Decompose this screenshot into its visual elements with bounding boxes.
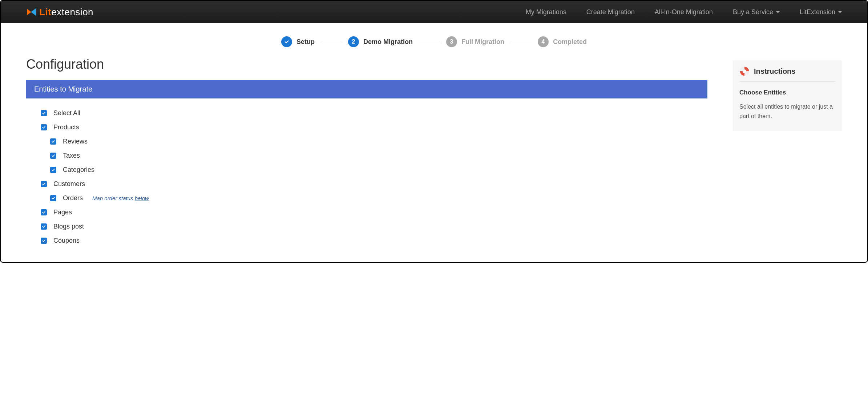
entity-label: Customers: [53, 180, 85, 188]
checkbox-customers[interactable]: [41, 181, 47, 187]
logo-mark-icon: [26, 7, 37, 17]
entity-label: Categories: [63, 166, 94, 174]
checkbox-taxes[interactable]: [50, 153, 56, 159]
nav-litextension[interactable]: LitExtension: [800, 8, 842, 16]
sidebar-title: Instructions: [754, 67, 795, 76]
check-icon: [284, 39, 289, 44]
lifebuoy-icon: [739, 66, 750, 76]
panel-header: Entities to Migrate: [26, 80, 707, 98]
entity-categories: Categories: [50, 166, 707, 174]
nav-links: My Migrations Create Migration All-In-On…: [526, 8, 856, 16]
stepper: Setup 2 Demo Migration 3 Full Migration …: [1, 23, 867, 57]
nav-all-in-one[interactable]: All-In-One Migration: [655, 8, 713, 16]
step-completed: 4 Completed: [538, 36, 587, 47]
page-title: Configuration: [26, 57, 707, 72]
entity-products: Products: [41, 124, 707, 131]
navbar: Litextension My Migrations Create Migrat…: [1, 1, 867, 23]
step-connector: [510, 42, 532, 42]
entity-reviews: Reviews: [50, 138, 707, 145]
main-column: Configuration Entities to Migrate Select…: [26, 57, 707, 251]
step-full-circle: 3: [446, 36, 457, 47]
checkbox-pages[interactable]: [41, 209, 47, 215]
orders-hint: Map order status below: [92, 195, 149, 201]
step-completed-label: Completed: [553, 38, 587, 46]
entity-label: Blogs post: [53, 223, 84, 230]
checkbox-products[interactable]: [41, 124, 47, 130]
step-setup-label: Setup: [296, 38, 315, 46]
entity-orders: Orders Map order status below: [50, 194, 707, 202]
entity-select-all: Select All: [41, 109, 707, 117]
step-connector: [419, 42, 440, 42]
nav-create-migration[interactable]: Create Migration: [586, 8, 635, 16]
nav-my-migrations[interactable]: My Migrations: [526, 8, 566, 16]
instructions-sidebar: Instructions Choose Entities Select all …: [733, 60, 842, 131]
checkbox-categories[interactable]: [50, 167, 56, 173]
entity-label: Products: [53, 124, 79, 131]
entity-pages: Pages: [41, 209, 707, 216]
step-full-label: Full Migration: [461, 38, 504, 46]
entity-label: Orders: [63, 194, 83, 202]
entity-blogs: Blogs post: [41, 223, 707, 230]
entity-label: Reviews: [63, 138, 88, 145]
svg-point-1: [743, 69, 747, 73]
step-demo-label: Demo Migration: [363, 38, 413, 46]
sidebar-header: Instructions: [739, 66, 835, 82]
entity-coupons: Coupons: [41, 237, 707, 245]
step-full: 3 Full Migration: [446, 36, 504, 47]
entity-label: Coupons: [53, 237, 80, 245]
checkbox-coupons[interactable]: [41, 238, 47, 244]
checkbox-blogs[interactable]: [41, 223, 47, 230]
entity-label: Select All: [53, 109, 80, 117]
checkbox-select-all[interactable]: [41, 110, 47, 116]
entity-customers: Customers: [41, 180, 707, 188]
logo[interactable]: Litextension: [26, 7, 93, 18]
content: Configuration Entities to Migrate Select…: [1, 57, 867, 262]
step-setup: Setup: [281, 36, 315, 47]
entity-label: Pages: [53, 209, 72, 216]
entity-label: Taxes: [63, 152, 80, 159]
sidebar-subtitle: Choose Entities: [739, 89, 835, 96]
step-setup-circle: [281, 36, 292, 47]
caret-down-icon: [838, 11, 842, 13]
step-connector: [320, 42, 342, 42]
nav-buy-service[interactable]: Buy a Service: [733, 8, 780, 16]
step-demo-circle: 2: [348, 36, 359, 47]
checkbox-orders[interactable]: [50, 195, 56, 201]
caret-down-icon: [776, 11, 780, 13]
step-demo: 2 Demo Migration: [348, 36, 413, 47]
checkbox-reviews[interactable]: [50, 138, 56, 145]
orders-hint-link[interactable]: below: [135, 195, 149, 201]
entity-list: Select All Products Reviews: [26, 98, 707, 245]
logo-text: Litextension: [39, 7, 93, 18]
step-completed-circle: 4: [538, 36, 549, 47]
entity-taxes: Taxes: [50, 152, 707, 159]
sidebar-text: Select all entities to migrate or just a…: [739, 102, 835, 121]
